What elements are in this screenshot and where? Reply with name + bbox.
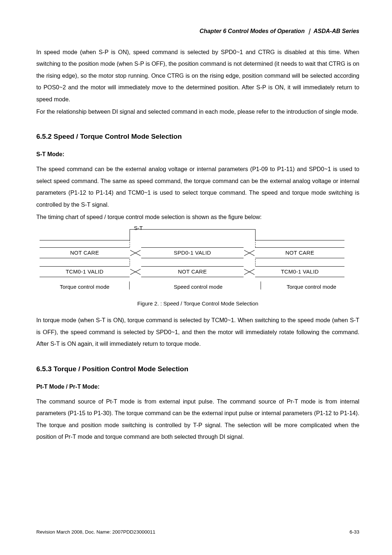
section-heading-652: 6.5.2 Speed / Torque Control Mode Select… [36,130,359,143]
series-label: ASDA-AB Series [314,28,359,34]
subheading-pt-pr-mode: Pt-T Mode / Pr-T Mode: [36,381,359,393]
timing-cross-icon [130,247,141,258]
paragraph: The command source of Pt-T mode is from … [36,396,359,443]
timing-cross-icon [130,266,141,277]
section-heading-653: 6.5.3 Torque / Position Control Mode Sel… [36,362,359,376]
footer-revision: Revision March 2008, Doc. Name: 2007PDD2… [36,529,155,535]
header-separator: ｜ [306,28,312,34]
timing-label-st: S-T [134,223,143,234]
footer-page-number: 6-33 [350,529,359,535]
timing-r1-right: NOT CARE [255,247,344,258]
timing-r3-mid: Speed control mode [174,284,222,290]
subheading-st-mode: S-T Mode: [36,149,359,160]
timing-cross-icon [244,266,255,277]
timing-r3-left: Torque control mode [60,284,110,290]
timing-r2-left: TCM0-1 VALID [40,266,130,277]
timing-r3-right: Torque control mode [287,284,336,290]
timing-diagram: S-T NOT CARE SPD0-1 VALID NOT CARE [36,226,359,292]
timing-r2-mid: NOT CARE [141,266,244,277]
paragraph: The timing chart of speed / torque contr… [36,211,359,223]
timing-r2-right: TCM0-1 VALID [255,266,344,277]
paragraph: For the relationship between DI signal a… [36,106,359,117]
figure-caption: Figure 2. : Speed / Torque Control Mode … [36,298,359,309]
paragraph: In torque mode (when S-T is ON), torque … [36,314,359,349]
timing-r1-mid: SPD0-1 VALID [141,247,244,258]
timing-cross-icon [244,247,255,258]
chapter-label: Chapter 6 Control Modes of Operation [200,28,305,34]
page-footer: Revision March 2008, Doc. Name: 2007PDD2… [36,529,359,535]
paragraph: In speed mode (when S-P is ON), speed co… [36,46,359,105]
page-header: Chapter 6 Control Modes of Operation ｜ A… [36,28,359,35]
timing-r1-left: NOT CARE [40,247,130,258]
paragraph: The speed command can be the external an… [36,163,359,210]
